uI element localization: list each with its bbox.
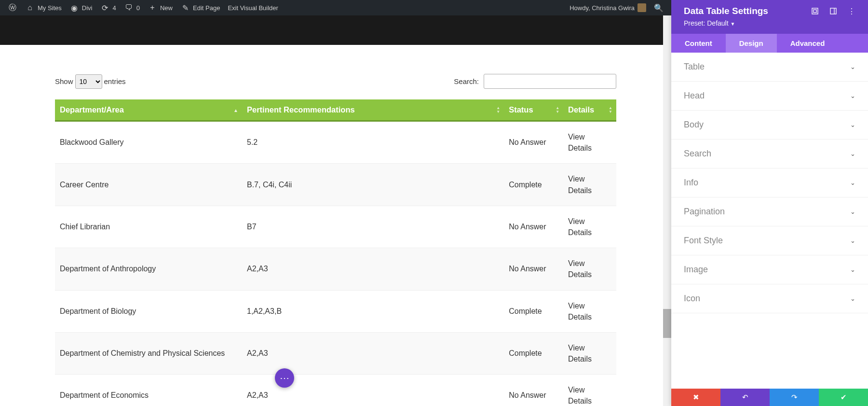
howdy-link[interactable]: Howdy, Christina Gwira bbox=[566, 0, 650, 15]
search-wrap: Search: bbox=[454, 74, 616, 89]
chevron-down-icon: ⌄ bbox=[850, 295, 855, 302]
table-row: Department of Economics A2,A3 No Answer … bbox=[55, 375, 616, 406]
accordion-pagination[interactable]: Pagination⌄ bbox=[671, 197, 868, 226]
panel-header: Data Table Settings ⋮ Preset: Default ▼ bbox=[671, 0, 868, 34]
view-details-link[interactable]: ViewDetails bbox=[568, 344, 592, 363]
accordion-image[interactable]: Image⌄ bbox=[671, 255, 868, 284]
col-rec[interactable]: Pertinent Recommendations▲▼ bbox=[242, 99, 504, 121]
wordpress-icon: ⓦ bbox=[8, 3, 17, 13]
col-dept-label: Department/Area bbox=[60, 105, 124, 114]
site-link[interactable]: ◉Divi bbox=[66, 0, 96, 15]
dock-icon[interactable] bbox=[829, 7, 837, 15]
cell-status: No Answer bbox=[504, 248, 563, 290]
table-row: Department of Chemistry and Physical Sci… bbox=[55, 332, 616, 374]
fab-more[interactable]: ⋯ bbox=[275, 368, 294, 388]
exit-vb-link[interactable]: Exit Visual Builder bbox=[224, 0, 282, 15]
redo-button[interactable]: ↷ bbox=[770, 389, 819, 406]
updates-link[interactable]: ⟳4 bbox=[96, 0, 120, 15]
chevron-down-icon: ⌄ bbox=[850, 121, 855, 128]
accordion-label: Font Style bbox=[684, 236, 723, 246]
search-input[interactable] bbox=[484, 74, 616, 89]
accordion-font-style[interactable]: Font Style⌄ bbox=[671, 226, 868, 255]
tab-design[interactable]: Design bbox=[726, 34, 777, 53]
col-dept[interactable]: Department/Area▲ bbox=[55, 99, 242, 121]
home-icon: ⌂ bbox=[25, 3, 35, 13]
col-details[interactable]: Details▲▼ bbox=[563, 99, 616, 121]
check-icon: ✔ bbox=[841, 393, 847, 402]
accordion-label: Icon bbox=[684, 294, 700, 304]
svg-rect-3 bbox=[814, 10, 816, 13]
chevron-down-icon: ⌄ bbox=[850, 92, 855, 99]
scrollbar-track[interactable]: ▲ bbox=[663, 0, 671, 406]
cell-status: No Answer bbox=[504, 121, 563, 164]
cell-rec: A2,A3 bbox=[242, 332, 504, 374]
accordion-head[interactable]: Head⌄ bbox=[671, 82, 868, 111]
sort-asc-icon: ▲ bbox=[233, 107, 238, 112]
search-toggle[interactable]: 🔍 bbox=[650, 0, 667, 15]
exit-vb-label: Exit Visual Builder bbox=[228, 4, 278, 12]
view-details-link[interactable]: ViewDetails bbox=[568, 386, 592, 405]
cell-status: Complete bbox=[504, 164, 563, 206]
view-details-link[interactable]: ViewDetails bbox=[568, 302, 592, 321]
cell-rec: 1,A2,A3,B bbox=[242, 290, 504, 332]
accordion-icon[interactable]: Icon⌄ bbox=[671, 284, 868, 313]
cell-rec: B.7, C4i, C4ii bbox=[242, 164, 504, 206]
col-details-label: Details bbox=[568, 105, 594, 114]
page-content: Show 10 entries Search: Department/Area▲… bbox=[0, 45, 671, 406]
cell-details: ViewDetails bbox=[563, 290, 616, 332]
accordion-search[interactable]: Search⌄ bbox=[671, 140, 868, 168]
chevron-down-icon: ⌄ bbox=[850, 237, 855, 244]
accordion-body[interactable]: Body⌄ bbox=[671, 111, 868, 140]
my-sites-label: My Sites bbox=[38, 4, 62, 12]
divi-icon: ◉ bbox=[69, 3, 79, 13]
svg-rect-2 bbox=[812, 8, 818, 14]
comments-link[interactable]: 🗨0 bbox=[120, 0, 144, 15]
panel-preset[interactable]: Preset: Default ▼ bbox=[684, 19, 855, 27]
entries-select[interactable]: 10 bbox=[75, 74, 102, 89]
expand-icon[interactable] bbox=[811, 7, 819, 15]
edit-page-link[interactable]: ✎Edit Page bbox=[176, 0, 224, 15]
tab-advanced[interactable]: Advanced bbox=[777, 34, 839, 53]
chevron-down-icon: ⌄ bbox=[850, 266, 855, 273]
save-button[interactable]: ✔ bbox=[819, 389, 868, 406]
tab-content[interactable]: Content bbox=[671, 34, 726, 53]
cell-dept: Department of Anthropology bbox=[55, 248, 242, 290]
col-status-label: Status bbox=[509, 105, 533, 114]
kebab-icon[interactable]: ⋮ bbox=[848, 7, 855, 15]
accordion-info[interactable]: Info⌄ bbox=[671, 168, 868, 197]
settings-panel: Data Table Settings ⋮ Preset: Default ▼ … bbox=[671, 0, 868, 406]
panel-tabs: Content Design Advanced bbox=[671, 34, 868, 53]
chevron-down-icon: ⌄ bbox=[850, 150, 855, 157]
avatar bbox=[637, 3, 646, 12]
view-details-link[interactable]: ViewDetails bbox=[568, 133, 592, 152]
wp-logo[interactable]: ⓦ bbox=[4, 0, 21, 15]
plus-icon: + bbox=[148, 3, 157, 13]
table-row: Chief Librarian B7 No Answer ViewDetails bbox=[55, 206, 616, 248]
sort-icon: ▲▼ bbox=[556, 106, 559, 114]
show-label: Show bbox=[55, 77, 73, 85]
accordion-table[interactable]: Table⌄ bbox=[671, 53, 868, 82]
svg-rect-4 bbox=[830, 8, 836, 14]
cell-dept: Chief Librarian bbox=[55, 206, 242, 248]
close-icon: ✖ bbox=[693, 393, 699, 402]
my-sites-link[interactable]: ⌂My Sites bbox=[21, 0, 66, 15]
chevron-down-icon: ⌄ bbox=[850, 208, 855, 215]
comment-icon: 🗨 bbox=[124, 3, 134, 13]
new-link[interactable]: +New bbox=[144, 0, 176, 15]
scrollbar-thumb[interactable] bbox=[663, 309, 671, 338]
accordion-label: Head bbox=[684, 91, 705, 101]
view-details-link[interactable]: ViewDetails bbox=[568, 175, 592, 194]
accordion-label: Pagination bbox=[684, 207, 725, 217]
table-row: Blackwood Gallery 5.2 No Answer ViewDeta… bbox=[55, 121, 616, 164]
cell-rec: B7 bbox=[242, 206, 504, 248]
view-details-link[interactable]: ViewDetails bbox=[568, 259, 592, 279]
cell-status: Complete bbox=[504, 332, 563, 374]
col-status[interactable]: Status▲▼ bbox=[504, 99, 563, 121]
cancel-button[interactable]: ✖ bbox=[671, 389, 720, 406]
search-icon: 🔍 bbox=[654, 3, 664, 13]
undo-button[interactable]: ↶ bbox=[720, 389, 770, 406]
cell-details: ViewDetails bbox=[563, 121, 616, 164]
panel-footer: ✖ ↶ ↷ ✔ bbox=[671, 389, 868, 406]
cell-details: ViewDetails bbox=[563, 375, 616, 406]
view-details-link[interactable]: ViewDetails bbox=[568, 217, 592, 237]
